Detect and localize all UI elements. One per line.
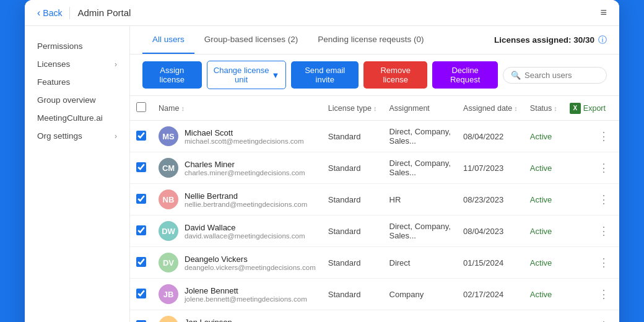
user-name: Michael Scott xyxy=(185,128,304,137)
row-checkbox[interactable] xyxy=(136,320,146,323)
sidebar-item-licenses[interactable]: Licenses› xyxy=(35,55,120,73)
row-checkbox[interactable] xyxy=(136,225,146,235)
send-email-invite-button[interactable]: Send email invite xyxy=(291,61,359,89)
col-license-type[interactable]: License type xyxy=(322,96,383,121)
assignment: Direct, Company, Sales... xyxy=(383,152,458,184)
change-license-label: Change license unit xyxy=(214,66,269,84)
sidebar-label: Features xyxy=(37,77,70,87)
header: ‹ Back Admin Portal ≡ xyxy=(25,0,619,26)
assign-license-button[interactable]: Assign license xyxy=(142,61,202,89)
assignment: Direct xyxy=(383,247,458,279)
sidebar: PermissionsLicenses›FeaturesGroup overvi… xyxy=(25,26,130,322)
assigned-date: 02/17/2024 xyxy=(457,279,524,310)
status-badge: Active xyxy=(530,258,552,268)
table-wrap: Name License type Assignment Assigned da… xyxy=(130,96,619,322)
select-all-checkbox[interactable] xyxy=(136,102,146,112)
col-name[interactable]: Name xyxy=(152,96,322,121)
col-status[interactable]: Status xyxy=(524,96,564,121)
row-checkbox[interactable] xyxy=(136,289,146,298)
avatar: DW xyxy=(159,221,178,241)
info-icon[interactable]: ⓘ xyxy=(598,35,607,46)
user-cell: JL Jan Levinson jan.levinson@meetingdeci… xyxy=(159,316,316,322)
user-info: Michael Scott michael.scott@meetingdecis… xyxy=(185,128,304,145)
back-button[interactable]: ‹ Back xyxy=(37,7,62,19)
assigned-date: 11/07/2023 xyxy=(457,152,524,184)
row-more-button[interactable]: ⋮ xyxy=(596,193,612,206)
table-row: MS Michael Scott michael.scott@meetingde… xyxy=(130,121,619,152)
export-button[interactable]: X Export xyxy=(570,103,606,114)
assigned-date: 08/04/2022 xyxy=(457,121,524,152)
user-email: david.wallace@meetingdecisions.com xyxy=(185,232,305,240)
user-cell: DW David Wallace david.wallace@meetingde… xyxy=(159,221,316,241)
col-assignment: Assignment xyxy=(383,96,458,121)
export-label: Export xyxy=(583,104,606,113)
sidebar-item-org-settings[interactable]: Org settings› xyxy=(35,127,120,145)
menu-icon[interactable]: ≡ xyxy=(600,6,607,19)
sidebar-label: Org settings xyxy=(37,131,82,141)
sidebar-label: Group overview xyxy=(37,95,96,105)
row-more-button[interactable]: ⋮ xyxy=(596,320,612,322)
col-assigned-date[interactable]: Assigned date xyxy=(457,96,524,121)
row-more-button[interactable]: ⋮ xyxy=(596,256,612,269)
assignment: Company xyxy=(383,279,458,310)
status-badge: Active xyxy=(530,163,552,173)
license-type: Standard xyxy=(322,184,383,215)
table-row: DW David Wallace david.wallace@meetingde… xyxy=(130,215,619,247)
decline-request-button[interactable]: Decline Request xyxy=(432,61,498,89)
search-input[interactable] xyxy=(524,71,599,80)
tabs-right: Licenses assigned: 30/30 ⓘ xyxy=(494,28,607,52)
main-content: All users Group-based licenses (2) Pendi… xyxy=(130,26,619,322)
tab-group-licenses[interactable]: Group-based licenses (2) xyxy=(194,26,308,54)
row-checkbox[interactable] xyxy=(136,194,146,204)
sidebar-item-features[interactable]: Features xyxy=(35,73,120,91)
users-table: Name License type Assignment Assigned da… xyxy=(130,96,619,322)
tab-pending[interactable]: Pending license reqeusts (0) xyxy=(308,26,433,54)
user-info: David Wallace david.wallace@meetingdecis… xyxy=(185,223,305,240)
row-checkbox[interactable] xyxy=(136,162,146,172)
tab-all-users[interactable]: All users xyxy=(142,26,194,54)
avatar: JL xyxy=(159,316,178,322)
layout: PermissionsLicenses›FeaturesGroup overvi… xyxy=(25,26,619,322)
user-info: Jan Levinson jan.levinson@meetingdecisio… xyxy=(185,318,300,323)
chevron-icon: › xyxy=(115,60,117,69)
table-row: NB Nellie Bertrand nellie.bertrand@meeti… xyxy=(130,184,619,215)
user-email: charles.miner@meetingdecisions.com xyxy=(185,169,305,176)
remove-license-button[interactable]: Remove license xyxy=(363,61,427,89)
assignment: Direct, Company, Sales... xyxy=(383,215,458,247)
license-type: Standard xyxy=(322,279,383,310)
row-more-button[interactable]: ⋮ xyxy=(596,130,612,142)
sidebar-item-meetingcultureai[interactable]: MeetingCulture.ai xyxy=(35,109,120,127)
user-info: Deangelo Vickers deangelo.vickers@meetin… xyxy=(185,255,316,271)
user-info: Nellie Bertrand nellie.bertrand@meetingd… xyxy=(185,191,307,208)
row-checkbox[interactable] xyxy=(136,131,146,141)
user-info: Jolene Bennett jolene.bennett@meetingdec… xyxy=(185,286,307,303)
avatar: MS xyxy=(159,126,178,146)
license-type: Standard xyxy=(322,152,383,184)
user-cell: MS Michael Scott michael.scott@meetingde… xyxy=(159,126,316,146)
status-badge: Active xyxy=(530,227,552,236)
change-license-unit-button[interactable]: Change license unit ▼ xyxy=(207,61,287,89)
sidebar-item-group-overview[interactable]: Group overview xyxy=(35,91,120,109)
sidebar-item-permissions[interactable]: Permissions xyxy=(35,37,120,55)
license-type: Standard xyxy=(322,121,383,152)
user-email: michael.scott@meetingdecisions.com xyxy=(185,137,304,145)
user-name: David Wallace xyxy=(185,223,305,232)
col-export: X Export xyxy=(564,96,619,121)
row-more-button[interactable]: ⋮ xyxy=(596,162,612,174)
row-checkbox[interactable] xyxy=(136,257,146,267)
table-row: JL Jan Levinson jan.levinson@meetingdeci… xyxy=(130,310,619,323)
avatar: JB xyxy=(159,284,178,304)
status-badge: Active xyxy=(530,290,552,299)
user-info: Charles Miner charles.miner@meetingdecis… xyxy=(185,160,305,176)
row-more-button[interactable]: ⋮ xyxy=(596,225,612,237)
user-email: deangelo.vickers@meetingdecisions.com xyxy=(185,264,316,271)
table-row: JB Jolene Bennett jolene.bennett@meeting… xyxy=(130,279,619,310)
assigned-date: 08/04/2023 xyxy=(457,215,524,247)
assignment: Direct, Company, Sales... xyxy=(383,121,458,152)
row-more-button[interactable]: ⋮ xyxy=(596,288,612,300)
assigned-date: 10/26/2023 xyxy=(457,310,524,323)
table-body: MS Michael Scott michael.scott@meetingde… xyxy=(130,121,619,323)
status-badge: Active xyxy=(530,132,552,141)
assignment: HR xyxy=(383,184,458,215)
search-box: 🔍 xyxy=(503,67,607,84)
